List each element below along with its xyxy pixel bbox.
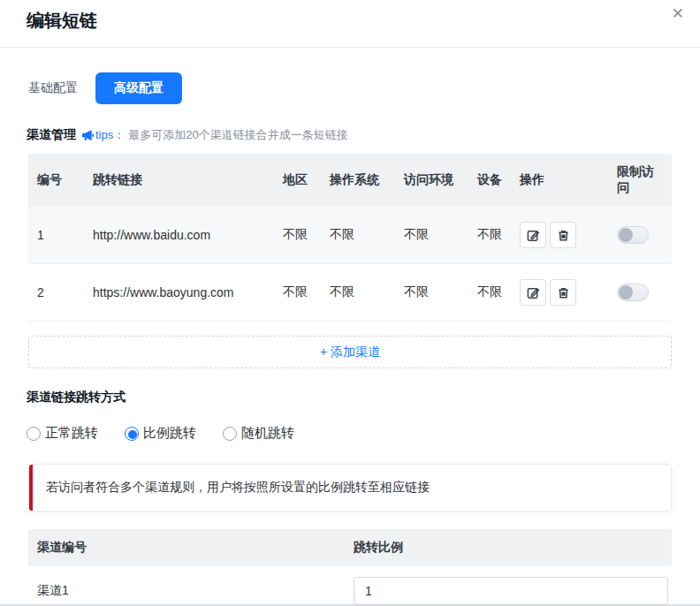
- tab-basic-config[interactable]: 基础配置: [27, 72, 80, 104]
- radio-icon: [27, 427, 41, 441]
- cell-id: 2: [28, 264, 84, 322]
- dialog-title: 编辑短链: [27, 9, 673, 33]
- col-header-env: 访问环境: [395, 154, 468, 207]
- col-header-id: 编号: [28, 154, 84, 207]
- radio-label: 随机跳转: [241, 425, 294, 442]
- jump-mode-label: 渠道链接跳转方式: [27, 390, 673, 405]
- channel-table: 编号 跳转链接 地区 操作系统 访问环境 设备 操作 限制访问 1 http:/…: [28, 154, 672, 322]
- cell-url: http://www.baidu.com: [84, 207, 274, 264]
- col-header-url: 跳转链接: [84, 154, 274, 207]
- cell-id: 1: [28, 207, 84, 264]
- edit-button[interactable]: [520, 222, 546, 248]
- cell-channel-name: 渠道1: [28, 566, 345, 606]
- dialog-header: 编辑短链 ✕: [0, 0, 700, 48]
- channel-section-header: 渠道管理 tips： 最多可添加20个渠道链接合并成一条短链接: [27, 127, 673, 143]
- trash-icon: [557, 229, 570, 242]
- col-header-restrict: 限制访问: [608, 154, 672, 207]
- trash-icon: [557, 286, 570, 299]
- col-header-os: 操作系统: [321, 154, 395, 207]
- radio-random-jump[interactable]: 随机跳转: [223, 425, 294, 442]
- cell-region: 不限: [274, 264, 321, 322]
- ratio-table-header-row: 渠道编号 跳转比例: [28, 529, 672, 566]
- tips-text: 最多可添加20个渠道链接合并成一条短链接: [128, 127, 347, 143]
- channel-management-label: 渠道管理: [27, 127, 76, 143]
- edit-icon: [527, 286, 540, 299]
- alert-accent-bar: [29, 465, 33, 511]
- cell-device: 不限: [468, 207, 511, 264]
- col-header-device: 设备: [468, 154, 511, 207]
- radio-normal-jump[interactable]: 正常跳转: [27, 425, 98, 442]
- col-header-region: 地区: [274, 154, 321, 207]
- table-row: 2 https://www.baoyung.com 不限 不限 不限 不限: [28, 264, 672, 322]
- cell-url: https://www.baoyung.com: [84, 264, 274, 322]
- radio-label: 正常跳转: [45, 425, 98, 442]
- megaphone-icon: [81, 129, 95, 142]
- radio-icon: [125, 427, 139, 441]
- edit-button[interactable]: [520, 279, 546, 306]
- add-channel-button[interactable]: + 添加渠道: [28, 336, 672, 368]
- cell-device: 不限: [468, 264, 511, 322]
- close-icon[interactable]: ✕: [668, 4, 688, 25]
- radio-label: 比例跳转: [143, 425, 196, 442]
- cell-region: 不限: [274, 207, 321, 264]
- restrict-access-toggle[interactable]: [617, 226, 649, 244]
- radio-ratio-jump[interactable]: 比例跳转: [125, 425, 196, 442]
- edit-shortlink-dialog: 编辑短链 ✕ 基础配置 高级配置 渠道管理 tips： 最多可添加20个渠道链接…: [0, 0, 700, 606]
- col-header-jump-ratio: 跳转比例: [345, 529, 672, 566]
- cell-env: 不限: [395, 264, 468, 322]
- cell-env: 不限: [395, 207, 468, 264]
- tab-bar: 基础配置 高级配置: [27, 72, 673, 104]
- jump-mode-options: 正常跳转 比例跳转 随机跳转: [27, 425, 673, 442]
- tips-prefix: tips：: [95, 127, 125, 143]
- col-header-channel-id: 渠道编号: [28, 529, 345, 566]
- ratio-input-channel1[interactable]: [354, 577, 668, 605]
- cell-os: 不限: [321, 207, 395, 264]
- table-row: 1 http://www.baidu.com 不限 不限 不限 不限: [28, 207, 672, 264]
- table-row: 渠道1: [28, 566, 672, 606]
- restrict-access-toggle[interactable]: [617, 284, 649, 301]
- edit-icon: [527, 229, 540, 242]
- ratio-info-alert: 若访问者符合多个渠道规则，用户将按照所设置的比例跳转至相应链接: [28, 464, 672, 511]
- cell-os: 不限: [321, 264, 395, 322]
- radio-icon: [223, 427, 237, 441]
- channel-table-header-row: 编号 跳转链接 地区 操作系统 访问环境 设备 操作 限制访问: [28, 154, 672, 207]
- delete-button[interactable]: [550, 222, 576, 248]
- tab-advanced-config[interactable]: 高级配置: [95, 72, 182, 104]
- alert-text: 若访问者符合多个渠道规则，用户将按照所设置的比例跳转至相应链接: [46, 480, 430, 494]
- delete-button[interactable]: [550, 279, 576, 306]
- ratio-table: 渠道编号 跳转比例 渠道1 渠道2: [28, 529, 672, 606]
- col-header-actions: 操作: [511, 154, 608, 207]
